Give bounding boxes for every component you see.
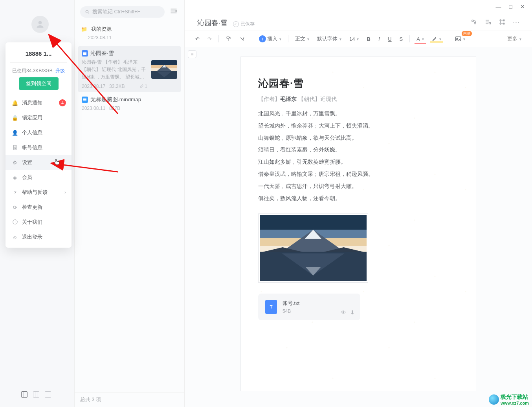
- download-icon[interactable]: ⬇: [350, 309, 355, 316]
- clear-format-button[interactable]: [237, 34, 248, 44]
- poem-line: 江山如此多娇，引无数英雄竞折腰。: [258, 156, 459, 168]
- username: 18886 1...: [10, 48, 67, 63]
- strike-button[interactable]: S: [397, 34, 406, 44]
- doc-icon: [82, 50, 88, 57]
- avatar[interactable]: [31, 16, 49, 33]
- layout-1col-icon[interactable]: [21, 391, 28, 398]
- close-button[interactable]: ✕: [520, 4, 525, 10]
- preview-icon[interactable]: 👁: [341, 309, 346, 316]
- folder-icon: 📁: [81, 26, 88, 32]
- note-item[interactable]: 无标题脑图.mindmap 2023.08.11 827B: [78, 92, 181, 114]
- document-title[interactable]: 沁园春·雪: [197, 19, 227, 27]
- list-footer: 总共 3 项: [75, 392, 184, 407]
- note-item[interactable]: 沁园春·雪 沁园春·雪 【作者】 毛泽东 【朝代】 近现代 北国风光，千里冰封，…: [78, 46, 181, 92]
- mindmap-icon: [82, 97, 88, 103]
- document-page[interactable]: 沁园春·雪 【作者】毛泽东 【朝代】近现代 北国风光，千里冰封，万里雪飘。望长城…: [240, 57, 476, 391]
- search-in-doc-icon[interactable]: [484, 18, 492, 27]
- toolbar-more-button[interactable]: 更多▾: [504, 33, 524, 44]
- svg-point-11: [474, 22, 476, 24]
- logout-icon: ⎋: [12, 234, 18, 240]
- poem-line: 望长城内外，惟余莽莽；大河上下，顿失滔滔。: [258, 120, 459, 132]
- maximize-button[interactable]: □: [509, 4, 512, 10]
- editor-toolbar: ↶ ↷ +插入▾ 正文▾ 默认字体▾ 14▾ B I U S A▾ ▾ ▾内测 …: [185, 31, 532, 47]
- attachment-size: 54B: [283, 308, 299, 314]
- poem-line: 北国风光，千里冰封，万里雪飘。: [258, 108, 459, 120]
- lock-icon: 🔒: [12, 115, 18, 121]
- upgrade-link[interactable]: 升级: [55, 68, 65, 73]
- underline-button[interactable]: U: [385, 34, 394, 44]
- svg-point-10: [472, 20, 474, 22]
- graph-icon[interactable]: [499, 18, 506, 27]
- svg-line-2: [88, 13, 89, 14]
- svg-rect-18: [455, 37, 460, 41]
- svg-point-13: [500, 20, 501, 21]
- settings-icon: ⚙: [12, 160, 18, 166]
- folder-date: 2023.08.11: [78, 35, 181, 40]
- font-color-button[interactable]: A▾: [414, 34, 427, 44]
- personal-icon: 👤: [12, 130, 18, 136]
- update-icon: ⟳: [12, 204, 18, 210]
- more-icon[interactable]: ⋯: [513, 18, 519, 27]
- image-button[interactable]: ▾内测: [452, 34, 468, 44]
- signin-reward-button[interactable]: 签到领空间: [19, 77, 59, 90]
- folder-row[interactable]: 📁 我的资源: [78, 22, 181, 37]
- outline-toggle-icon[interactable]: ≡: [188, 50, 196, 58]
- msg-icon: 🔔: [12, 100, 18, 106]
- undo-button[interactable]: ↶: [193, 34, 202, 44]
- minimize-button[interactable]: —: [496, 4, 501, 10]
- format-painter-button[interactable]: [223, 34, 234, 44]
- attachment-count: 1: [139, 84, 147, 89]
- note-list-panel: 搜索笔记 Ctrl+Shift+F 📁 我的资源 2023.08.11 沁园春·…: [75, 0, 185, 407]
- poem-title: 沁园春·雪: [258, 77, 459, 90]
- chevron-right-icon: ›: [64, 190, 66, 195]
- menu-item-vip[interactable]: ◈会员: [6, 170, 72, 185]
- menu-item-msg[interactable]: 🔔消息通知4: [6, 95, 72, 110]
- layout-switch: [16, 387, 57, 402]
- attachment-card[interactable]: T 账号.txt 54B 👁 ⬇: [258, 294, 360, 320]
- italic-button[interactable]: I: [376, 34, 383, 44]
- insert-button[interactable]: +插入▾: [256, 33, 284, 44]
- redo-button[interactable]: ↷: [205, 34, 215, 44]
- poem-line: 惜秦皇汉武，略输文采；唐宗宋祖，稍逊风骚。: [258, 168, 459, 180]
- watermark: 极光下载站 www.xz7.com: [489, 394, 529, 405]
- paragraph-style-select[interactable]: 正文▾: [292, 33, 312, 44]
- menu-item-account[interactable]: 🗄帐号信息: [6, 140, 72, 155]
- poem-line: 须晴日，看红装素裹，分外妖娆。: [258, 144, 459, 156]
- font-size-select[interactable]: 14▾: [347, 34, 361, 44]
- badge: 4: [59, 99, 66, 106]
- menu-item-lock[interactable]: 🔒锁定应用: [6, 110, 72, 125]
- help-icon: ?: [12, 190, 18, 195]
- layout-2col-icon[interactable]: [33, 391, 39, 398]
- account-icon: 🗄: [12, 145, 18, 151]
- svg-point-0: [39, 21, 42, 24]
- about-icon: ⓘ: [12, 219, 18, 226]
- attachment-name: 账号.txt: [283, 300, 299, 307]
- menu-item-help[interactable]: ?帮助与反馈›: [6, 185, 72, 200]
- poem-byline: 【作者】毛泽东 【朝代】近现代: [258, 96, 459, 103]
- search-icon: [85, 9, 90, 15]
- menu-item-about[interactable]: ⓘ关于我们: [6, 215, 72, 230]
- editor-panel: — □ ✕ 沁园春·雪 已保存 ⋯ ↶ ↷ +插入▾ 正: [185, 0, 532, 407]
- bold-button[interactable]: B: [364, 34, 373, 44]
- menu-item-personal[interactable]: 👤个人信息: [6, 125, 72, 140]
- menu-item-update[interactable]: ⟳检查更新: [6, 200, 72, 215]
- note-thumbnail: [151, 60, 177, 79]
- menu-item-logout[interactable]: ⎋退出登录: [6, 230, 72, 245]
- collapse-list-icon[interactable]: [169, 7, 179, 17]
- window-controls: — □ ✕: [185, 0, 532, 13]
- svg-rect-17: [227, 37, 229, 38]
- highlight-button[interactable]: ▾: [429, 34, 444, 44]
- storage-usage: 已使用34.3KB/3GB 升级: [6, 68, 72, 74]
- saved-status: 已保存: [233, 21, 255, 27]
- search-input[interactable]: 搜索笔记 Ctrl+Shift+F: [80, 6, 165, 18]
- poem-line: 俱往矣，数风流人物，还看今朝。: [258, 192, 459, 204]
- layout-full-icon[interactable]: [45, 391, 51, 398]
- poem-line: 一代天骄，成吉思汗，只识弯弓射大雕。: [258, 180, 459, 192]
- svg-point-15: [500, 23, 501, 24]
- watermark-icon: [489, 394, 499, 405]
- font-family-select[interactable]: 默认字体▾: [314, 33, 344, 44]
- share-icon[interactable]: [470, 18, 477, 27]
- poem-line: 山舞银蛇，原驰蜡象，欲与天公试比高。: [258, 132, 459, 144]
- menu-item-settings[interactable]: ⚙设置: [6, 155, 72, 170]
- inline-image[interactable]: [258, 214, 368, 283]
